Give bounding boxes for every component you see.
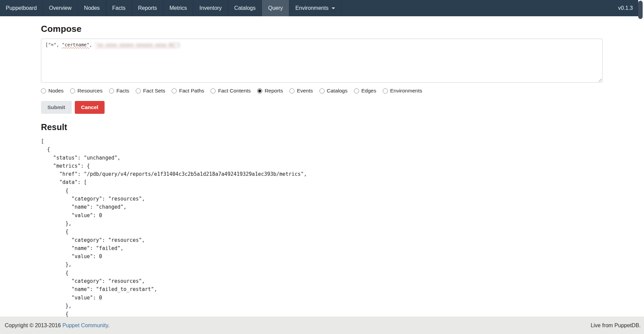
navbar-item-label: Environments [295,5,329,11]
endpoint-radio-option[interactable]: Fact Sets [136,88,165,94]
endpoint-radio-option[interactable]: Nodes [41,88,64,94]
navbar-item-label: Facts [112,5,126,11]
page-footer: Copyright © 2013-2016 Puppet Community. … [0,317,644,334]
submit-button[interactable]: Submit [41,101,72,114]
radio-input[interactable] [109,88,114,93]
compose-heading: Compose [41,24,603,34]
endpoint-radio-group: Nodes Resources Facts Fact Sets Fact Pat… [41,88,603,94]
navbar-item[interactable]: Catalogs [228,0,262,16]
endpoint-label: Facts [116,88,129,94]
endpoint-label: Reports [265,88,283,94]
endpoint-label: Events [297,88,313,94]
endpoint-radio-option[interactable]: Events [289,88,313,94]
endpoint-radio-option[interactable]: Environments [383,88,422,94]
endpoint-label: Catalogs [327,88,348,94]
navbar-item[interactable]: Query [262,0,289,16]
query-text-part1: ["=", [45,42,62,47]
endpoint-radio-option[interactable]: Resources [70,88,103,94]
endpoint-radio-option[interactable]: Edges [354,88,376,94]
navbar-item[interactable]: Nodes [78,0,106,16]
endpoint-label: Environments [390,88,422,94]
chevron-down-icon [332,7,335,9]
radio-input[interactable] [257,88,262,93]
navbar-item[interactable]: Reports [132,0,163,16]
endpoint-label: Resources [77,88,103,94]
navbar-item[interactable]: Facts [106,0,132,16]
navbar-item-label: Reports [138,5,157,11]
endpoint-radio-option[interactable]: Facts [109,88,129,94]
top-navbar: Puppetboard Overview Nodes Facts Reports… [0,0,638,16]
endpoint-radio-option[interactable]: Fact Paths [172,88,204,94]
navbar-item[interactable]: Inventory [193,0,228,16]
main-content: Compose ["=", "certname", "xx-xxxx-xxxxx… [41,16,603,327]
radio-input[interactable] [136,88,141,93]
form-buttons: Submit Cancel [41,101,603,114]
endpoint-label: Fact Sets [143,88,165,94]
navbar-item-label: Query [268,5,283,11]
radio-input[interactable] [289,88,294,93]
navbar-item[interactable]: Overview [43,0,78,16]
navbar-item-label: Nodes [84,5,99,11]
query-redacted-value: "xx-xxxx-xxxxx-xxxxxx-xxxx-01"] [95,42,180,47]
copyright-prefix: Copyright © 2013-2016 [5,322,62,328]
endpoint-label: Fact Paths [179,88,204,94]
radio-input[interactable] [383,88,388,93]
puppet-community-link[interactable]: Puppet Community [62,322,108,328]
page-scrollbar-thumb[interactable] [638,1,643,19]
live-from-puppetdb-text: Live from PuppetDB. [591,322,641,329]
cancel-button[interactable]: Cancel [75,101,105,114]
navbar-items: Overview Nodes Facts Reports Metrics Inv… [43,0,341,16]
navbar-item-label: Inventory [199,5,222,11]
endpoint-label: Nodes [48,88,64,94]
radio-input[interactable] [354,88,359,93]
navbar-item-label: Catalogs [234,5,256,11]
query-textarea[interactable]: ["=", "certname", "xx-xxxx-xxxxx-xxxxxx-… [41,39,603,83]
radio-input[interactable] [210,88,216,93]
endpoint-radio-option[interactable]: Catalogs [319,88,348,94]
radio-input[interactable] [70,88,75,93]
endpoint-radio-option[interactable]: Fact Contents [210,88,251,94]
endpoint-radio-option[interactable]: Reports [257,88,283,94]
query-certname: "certname" [62,42,89,47]
endpoint-label: Fact Contents [218,88,251,94]
navbar-item[interactable]: Environments [289,0,341,16]
navbar-item[interactable]: Metrics [163,0,194,16]
textarea-resize-grip[interactable] [597,77,602,82]
result-heading: Result [41,122,603,132]
navbar-item-label: Overview [49,5,72,11]
navbar-item-label: Metrics [170,5,187,11]
radio-input[interactable] [41,88,46,93]
endpoint-label: Edges [361,88,376,94]
radio-input[interactable] [319,88,325,93]
result-json-output: [ { "status": "unchanged", "metrics": { … [41,137,603,327]
query-text-part2: , [89,42,95,47]
copyright-text: Copyright © 2013-2016 Puppet Community. [5,322,109,329]
copyright-suffix: . [108,322,109,328]
radio-input[interactable] [172,88,177,93]
navbar-brand[interactable]: Puppetboard [0,0,43,16]
version-label: v0.1.3 [613,0,638,16]
